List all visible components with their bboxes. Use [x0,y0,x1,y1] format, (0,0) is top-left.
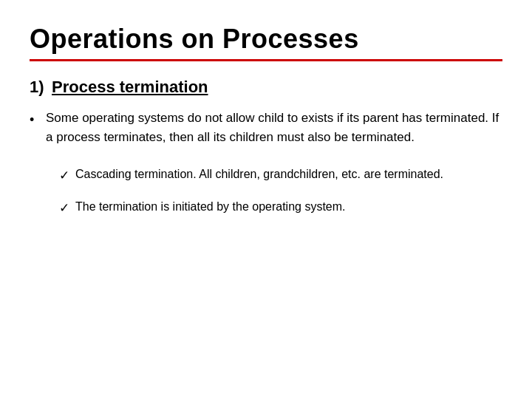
bullet-dot: • [30,110,46,131]
check-item-1: ✓ Cascading termination. All children, g… [59,166,502,185]
check-text-2: The termination is initiated by the oper… [75,198,502,216]
section1-heading: Process termination [52,78,208,96]
checkmark-1: ✓ [59,166,75,185]
title-underline [30,59,502,61]
section1-heading-row: 1) Process termination [30,78,502,97]
section1-number: 1) [30,78,44,96]
check-item-2: ✓ The termination is initiated by the op… [59,198,502,218]
check-text-1: Cascading termination. All children, gra… [75,166,502,183]
slide-title: Operations on Processes [30,24,502,55]
slide: Operations on Processes 1) Process termi… [0,0,532,399]
checkmark-2: ✓ [59,199,75,218]
main-bullet: • Some operating systems do not allow ch… [30,109,502,148]
checklist: ✓ Cascading termination. All children, g… [59,166,502,218]
bullet-text: Some operating systems do not allow chil… [46,109,502,148]
